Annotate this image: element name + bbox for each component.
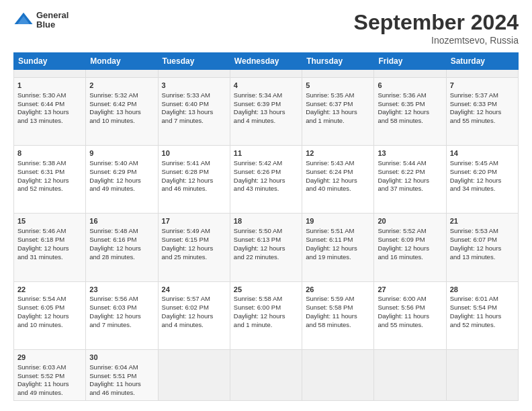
day-info: Sunrise: 5:42 AM [234, 159, 298, 168]
calendar-cell: 19Sunrise: 5:51 AMSunset: 6:11 PMDayligh… [302, 214, 374, 281]
day-info: Sunset: 6:02 PM [162, 304, 226, 312]
day-info: Sunrise: 5:37 AM [450, 91, 515, 100]
day-info: Sunrise: 5:52 AM [378, 227, 442, 236]
day-number: 13 [378, 148, 442, 158]
day-info: Sunset: 6:42 PM [89, 100, 154, 109]
day-of-week-header: Tuesday [158, 53, 230, 70]
day-info: Daylight: 12 hours [89, 177, 154, 185]
calendar-cell: 6Sunrise: 5:36 AMSunset: 6:35 PMDaylight… [374, 77, 446, 145]
calendar-cell: 1Sunrise: 5:30 AMSunset: 6:44 PMDaylight… [14, 77, 86, 145]
day-number: 28 [450, 285, 515, 295]
day-info: Daylight: 12 hours [450, 244, 515, 253]
day-info: Sunset: 6:03 PM [89, 304, 154, 312]
day-number: 10 [162, 148, 226, 158]
day-number: 24 [162, 285, 226, 295]
logo: General Blue [13, 10, 69, 30]
day-info: and 55 minutes. [450, 117, 515, 126]
day-number: 12 [306, 148, 370, 158]
location: Inozemtsevo, Russia [354, 35, 519, 46]
day-info: Daylight: 12 hours [162, 244, 226, 253]
day-info: Sunrise: 5:50 AM [234, 227, 298, 236]
day-info: Sunset: 6:24 PM [306, 168, 370, 177]
day-info: Sunrise: 5:45 AM [450, 159, 515, 168]
calendar-cell: 14Sunrise: 5:45 AMSunset: 6:20 PMDayligh… [446, 146, 518, 214]
calendar-cell: 7Sunrise: 5:37 AMSunset: 6:33 PMDaylight… [446, 77, 518, 145]
calendar-cell: 13Sunrise: 5:44 AMSunset: 6:22 PMDayligh… [374, 146, 446, 214]
day-info: and 43 minutes. [234, 185, 298, 193]
day-of-week-header: Friday [374, 53, 446, 70]
day-info: Sunrise: 5:57 AM [162, 295, 226, 304]
day-info: Sunset: 6:07 PM [450, 236, 515, 244]
day-info: and 58 minutes. [306, 321, 370, 330]
day-info: and 52 minutes. [450, 321, 515, 330]
day-number: 23 [89, 285, 154, 295]
day-number: 20 [378, 216, 442, 226]
day-info: Sunrise: 6:00 AM [378, 295, 442, 304]
calendar-cell [158, 349, 230, 400]
day-info: Sunrise: 5:59 AM [306, 295, 370, 304]
calendar-week-row: 1Sunrise: 5:30 AMSunset: 6:44 PMDaylight… [14, 77, 519, 145]
month-title: September 2024 [354, 10, 519, 35]
day-info: Sunrise: 5:51 AM [306, 227, 370, 236]
calendar-cell: 21Sunrise: 5:53 AMSunset: 6:07 PMDayligh… [446, 214, 518, 281]
day-info: Sunset: 6:26 PM [234, 168, 298, 177]
day-info: Sunset: 6:13 PM [234, 236, 298, 244]
day-number: 16 [89, 216, 154, 226]
day-info: Sunset: 6:31 PM [17, 168, 82, 177]
day-info: Sunset: 6:40 PM [162, 100, 226, 109]
calendar-cell: 28Sunrise: 6:01 AMSunset: 5:54 PMDayligh… [446, 281, 518, 349]
day-info: and 25 minutes. [162, 253, 226, 262]
calendar-cell: 5Sunrise: 5:35 AMSunset: 6:37 PMDaylight… [302, 77, 374, 145]
day-info: Daylight: 12 hours [450, 177, 515, 185]
calendar-cell: 11Sunrise: 5:42 AMSunset: 6:26 PMDayligh… [230, 146, 302, 214]
day-info: Daylight: 13 hours [162, 108, 226, 117]
day-info: Daylight: 13 hours [17, 108, 82, 117]
day-info: and 19 minutes. [306, 253, 370, 262]
day-info: Daylight: 12 hours [234, 177, 298, 185]
day-info: Sunset: 6:33 PM [450, 100, 515, 109]
logo-icon [13, 10, 34, 30]
day-number: 14 [450, 148, 515, 158]
day-info: Sunset: 6:28 PM [162, 168, 226, 177]
day-info: Sunrise: 5:32 AM [89, 91, 154, 100]
day-info: Daylight: 12 hours [17, 244, 82, 253]
day-info: and 49 minutes. [17, 389, 82, 398]
calendar-cell: 29Sunrise: 6:03 AMSunset: 5:52 PMDayligh… [14, 349, 86, 400]
calendar-cell [302, 70, 374, 78]
calendar-cell [446, 349, 518, 400]
day-info: Sunrise: 5:44 AM [378, 159, 442, 168]
day-info: and 16 minutes. [378, 253, 442, 262]
day-info: Sunrise: 5:33 AM [162, 91, 226, 100]
day-info: Daylight: 13 hours [234, 108, 298, 117]
calendar-cell [446, 70, 518, 78]
day-info: and 52 minutes. [17, 185, 82, 193]
day-number: 2 [89, 81, 154, 91]
day-number: 26 [306, 285, 370, 295]
day-info: Sunrise: 5:41 AM [162, 159, 226, 168]
calendar-week-row: 22Sunrise: 5:54 AMSunset: 6:05 PMDayligh… [14, 281, 519, 349]
day-info: Sunset: 6:11 PM [306, 236, 370, 244]
day-of-week-header: Sunday [14, 53, 86, 70]
calendar-cell: 23Sunrise: 5:56 AMSunset: 6:03 PMDayligh… [86, 281, 158, 349]
day-info: Daylight: 11 hours [306, 312, 370, 321]
day-info: Daylight: 13 hours [306, 108, 370, 117]
calendar-week-row [14, 70, 519, 78]
day-number: 4 [234, 81, 298, 91]
day-number: 27 [378, 285, 442, 295]
day-info: and 7 minutes. [89, 321, 154, 330]
logo-line2: Blue [36, 20, 69, 30]
day-info: and 13 minutes. [450, 253, 515, 262]
day-info: Daylight: 11 hours [378, 312, 442, 321]
calendar-cell: 18Sunrise: 5:50 AMSunset: 6:13 PMDayligh… [230, 214, 302, 281]
day-info: Daylight: 12 hours [378, 244, 442, 253]
day-info: Daylight: 12 hours [89, 244, 154, 253]
day-info: Sunrise: 5:54 AM [17, 295, 82, 304]
day-info: Sunrise: 6:01 AM [450, 295, 515, 304]
calendar-cell: 2Sunrise: 5:32 AMSunset: 6:42 PMDaylight… [86, 77, 158, 145]
day-number: 19 [306, 216, 370, 226]
day-info: Daylight: 12 hours [17, 177, 82, 185]
day-number: 6 [378, 81, 442, 91]
day-info: Sunset: 6:35 PM [378, 100, 442, 109]
day-info: Daylight: 12 hours [234, 244, 298, 253]
day-info: Sunrise: 5:35 AM [306, 91, 370, 100]
